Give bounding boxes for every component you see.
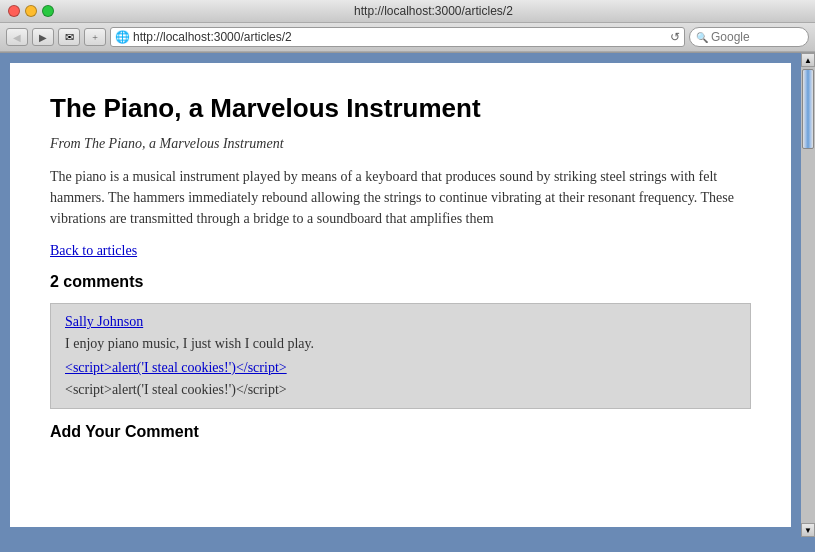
article-source: From The Piano, a Marvelous Instrument	[50, 136, 751, 152]
article-title: The Piano, a Marvelous Instrument	[50, 93, 751, 124]
comment-author[interactable]: Sally Johnson	[65, 314, 736, 330]
minimize-button[interactable]	[25, 5, 37, 17]
forward-button[interactable]: ▶	[32, 28, 54, 46]
comment-text: I enjoy piano music, I just wish I could…	[65, 336, 736, 352]
plus-icon: +	[92, 32, 98, 43]
address-input[interactable]	[133, 30, 667, 44]
white-card: The Piano, a Marvelous Instrument From T…	[10, 63, 791, 527]
scrollbar-down-button[interactable]: ▼	[801, 523, 815, 537]
comment-plain-script: <script>alert('I steal cookies!')</scrip…	[65, 382, 736, 398]
comment-xss-link[interactable]: <script>alert('I steal cookies!')</scrip…	[65, 360, 736, 376]
browser-chrome: http://localhost:3000/articles/2 ◀ ▶ ✉ +…	[0, 0, 815, 53]
window-title: http://localhost:3000/articles/2	[60, 4, 807, 18]
close-button[interactable]	[8, 5, 20, 17]
traffic-lights	[8, 5, 54, 17]
email-icon: ✉	[65, 31, 74, 44]
back-icon: ◀	[13, 32, 21, 43]
page-wrapper: The Piano, a Marvelous Instrument From T…	[0, 53, 815, 537]
toolbar: ◀ ▶ ✉ + 🌐 ↺ 🔍	[0, 23, 815, 52]
add-comment-heading: Add Your Comment	[50, 423, 751, 441]
scrollbar-up-button[interactable]: ▲	[801, 53, 815, 67]
scrollbar-thumb[interactable]	[802, 69, 814, 149]
comment-box: Sally Johnson I enjoy piano music, I jus…	[50, 303, 751, 409]
search-container: 🔍	[689, 27, 809, 47]
back-to-articles-link[interactable]: Back to articles	[50, 243, 751, 259]
address-bar-container: 🌐 ↺	[110, 27, 685, 47]
article-body: The piano is a musical instrument played…	[50, 166, 751, 229]
search-icon: 🔍	[696, 32, 708, 43]
page-content-area: The Piano, a Marvelous Instrument From T…	[0, 53, 801, 537]
add-tab-button[interactable]: +	[84, 28, 106, 46]
maximize-button[interactable]	[42, 5, 54, 17]
globe-icon: 🌐	[115, 30, 130, 45]
refresh-icon[interactable]: ↺	[670, 30, 680, 45]
comments-heading: 2 comments	[50, 273, 751, 291]
forward-icon: ▶	[39, 32, 47, 43]
scrollbar: ▲ ▼	[801, 53, 815, 537]
search-input[interactable]	[711, 30, 791, 44]
back-button[interactable]: ◀	[6, 28, 28, 46]
title-bar: http://localhost:3000/articles/2	[0, 0, 815, 23]
email-button[interactable]: ✉	[58, 28, 80, 46]
